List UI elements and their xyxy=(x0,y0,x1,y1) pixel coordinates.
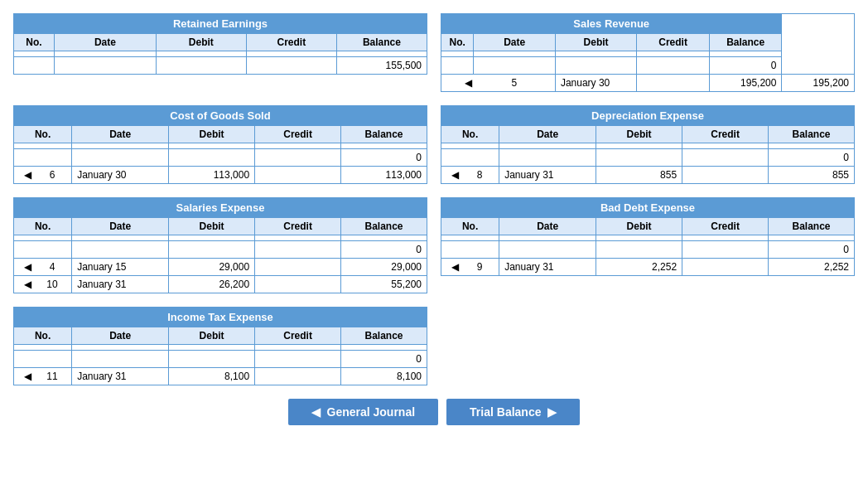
table-row: ◀ 10 January 31 26,200 55,200 xyxy=(14,276,427,293)
col-header-debit: Debit xyxy=(555,34,636,51)
table-row xyxy=(441,143,855,149)
table-row xyxy=(14,51,427,57)
prev-arrow-icon: ◀ xyxy=(311,405,321,419)
retained-earnings-ledger: Retained Earnings No. Date Debit Credit … xyxy=(13,13,427,75)
sales-revenue-title: Sales Revenue xyxy=(441,14,782,34)
col-header-date: Date xyxy=(474,34,555,51)
col-header-balance: Balance xyxy=(341,218,427,235)
general-journal-label: General Journal xyxy=(327,405,416,419)
col-header-debit: Debit xyxy=(596,218,682,235)
salaries-title: Salaries Expense xyxy=(14,198,427,218)
sales-revenue-ledger: Sales Revenue No. Date Debit Credit Bala… xyxy=(441,13,855,92)
col-header-credit: Credit xyxy=(682,218,769,235)
col-header-no: No. xyxy=(14,327,72,345)
col-header-balance: Balance xyxy=(341,327,427,345)
col-header-balance: Balance xyxy=(709,34,782,51)
table-row: 0 xyxy=(14,149,427,167)
col-header-credit: Credit xyxy=(246,34,336,51)
col-header-date: Date xyxy=(55,34,157,51)
col-header-no: No. xyxy=(441,126,499,143)
col-header-no: No. xyxy=(14,218,72,235)
col-header-debit: Debit xyxy=(169,218,255,235)
col-header-balance: Balance xyxy=(341,126,427,143)
col-header-credit: Credit xyxy=(255,218,341,235)
col-header-date: Date xyxy=(499,218,596,235)
col-header-no: No. xyxy=(14,126,72,143)
table-row: 0 xyxy=(14,351,427,368)
col-header-date: Date xyxy=(499,126,596,143)
bad-debt-title: Bad Debt Expense xyxy=(441,198,855,218)
navigation-buttons: ◀ General Journal Trial Balance ▶ xyxy=(13,399,855,425)
cost-of-goods-sold-ledger: Cost of Goods Sold No. Date Debit Credit… xyxy=(13,105,427,184)
income-tax-expense-ledger: Income Tax Expense No. Date Debit Credit… xyxy=(13,307,427,385)
table-row: ◀ 8 January 31 855 855 xyxy=(441,167,855,184)
table-row xyxy=(14,345,427,351)
salaries-expense-ledger: Salaries Expense No. Date Debit Credit B… xyxy=(13,197,427,293)
retained-earnings-title: Retained Earnings xyxy=(14,14,427,34)
col-header-credit: Credit xyxy=(682,126,769,143)
general-journal-button[interactable]: ◀ General Journal xyxy=(288,399,439,425)
bad-debt-expense-ledger: Bad Debt Expense No. Date Debit Credit B… xyxy=(441,197,855,276)
table-row xyxy=(441,51,855,57)
col-header-no: No. xyxy=(14,34,55,51)
col-header-date: Date xyxy=(72,218,169,235)
col-header-credit: Credit xyxy=(255,126,341,143)
table-row: ◀ 6 January 30 113,000 113,000 xyxy=(14,167,427,184)
table-row: 155,500 xyxy=(14,57,427,75)
table-row: ◀ 11 January 31 8,100 8,100 xyxy=(14,368,427,385)
table-row xyxy=(14,235,427,241)
table-row: ◀ 9 January 31 2,252 2,252 xyxy=(441,259,855,276)
col-header-credit: Credit xyxy=(637,34,710,51)
table-row: ◀ 5 January 30 195,200 195,200 xyxy=(441,75,855,92)
col-header-debit: Debit xyxy=(156,34,246,51)
col-header-debit: Debit xyxy=(169,126,255,143)
trial-balance-label: Trial Balance xyxy=(470,405,541,419)
col-header-balance: Balance xyxy=(769,218,855,235)
table-row: 0 xyxy=(441,241,855,259)
table-row: 0 xyxy=(14,241,427,259)
table-row xyxy=(14,143,427,149)
col-header-balance: Balance xyxy=(336,34,427,51)
table-row: ◀ 4 January 15 29,000 29,000 xyxy=(14,259,427,276)
cogs-title: Cost of Goods Sold xyxy=(14,106,427,126)
col-header-credit: Credit xyxy=(255,327,341,345)
depreciation-title: Depreciation Expense xyxy=(441,106,855,126)
table-row xyxy=(441,235,855,241)
table-row: 0 xyxy=(441,57,855,75)
depreciation-expense-ledger: Depreciation Expense No. Date Debit Cred… xyxy=(441,105,855,184)
col-header-no: No. xyxy=(441,34,474,51)
col-header-balance: Balance xyxy=(769,126,855,143)
next-arrow-icon: ▶ xyxy=(547,405,557,419)
col-header-debit: Debit xyxy=(596,126,682,143)
col-header-date: Date xyxy=(72,126,169,143)
trial-balance-button[interactable]: Trial Balance ▶ xyxy=(446,399,580,425)
col-header-no: No. xyxy=(441,218,499,235)
income-tax-title: Income Tax Expense xyxy=(14,308,427,327)
col-header-date: Date xyxy=(72,327,169,345)
table-row: 0 xyxy=(441,149,855,167)
col-header-debit: Debit xyxy=(169,327,255,345)
